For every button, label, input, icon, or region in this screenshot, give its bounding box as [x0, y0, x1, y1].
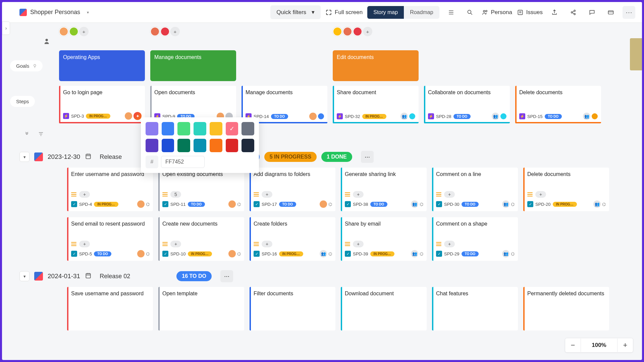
- assignee-avatar[interactable]: [228, 200, 236, 208]
- zoom-in-button[interactable]: +: [618, 338, 633, 352]
- assignee-avatar[interactable]: [125, 112, 132, 120]
- issues-button[interactable]: Issues: [517, 9, 543, 16]
- goal-card[interactable]: Manage documents: [150, 50, 236, 81]
- add-button[interactable]: 5: [170, 191, 181, 198]
- filter-icon[interactable]: [36, 129, 46, 139]
- story-card[interactable]: Comment on a line+✓SPD-30TO DO👥⌬: [432, 168, 518, 211]
- assignee-avatar[interactable]: [309, 113, 317, 120]
- release-more-button[interactable]: ⋯: [220, 270, 233, 282]
- story-card[interactable]: Delete documents+✓SPD-20IN PROG…👥⌬: [523, 168, 609, 211]
- step-card[interactable]: Share document⚡SPD-32IN PROG…👥: [333, 86, 419, 123]
- color-swatch[interactable]: [210, 139, 222, 152]
- story-card[interactable]: Save username and password: [67, 287, 153, 330]
- story-card[interactable]: Enter username and password+✓SPD-4IN PRO…: [67, 168, 153, 211]
- color-swatch[interactable]: [146, 139, 158, 152]
- add-button[interactable]: +: [353, 241, 364, 247]
- add-button[interactable]: +: [79, 241, 90, 247]
- persona-group-icon[interactable]: 👥: [400, 113, 408, 120]
- collapse-release-button[interactable]: ▾: [19, 271, 30, 281]
- add-button[interactable]: +: [262, 191, 272, 198]
- collapse-all-icon[interactable]: [22, 129, 32, 139]
- persona-group-icon[interactable]: 👥: [411, 200, 418, 208]
- avatar[interactable]: [69, 27, 78, 36]
- add-persona-button[interactable]: +: [79, 27, 89, 36]
- color-swatch[interactable]: [146, 122, 158, 135]
- add-button[interactable]: +: [444, 191, 455, 198]
- story-card[interactable]: Filter documents: [250, 287, 335, 330]
- persona-silhouette-icon[interactable]: [43, 37, 52, 46]
- roadmap-tab[interactable]: Roadmap: [404, 6, 439, 19]
- step-card[interactable]: Collaborate on documents⚡SPD-28TO DO👥: [424, 86, 510, 123]
- story-card[interactable]: Open existing documents5✓SPD-11TO DO⌬: [158, 168, 244, 211]
- share-icon[interactable]: [547, 5, 561, 19]
- add-button[interactable]: +: [170, 241, 181, 247]
- persona-group-icon[interactable]: 👥: [502, 250, 509, 257]
- quick-filters-button[interactable]: Quick filters ▾: [270, 5, 321, 19]
- story-map-tab[interactable]: Story map: [367, 6, 404, 19]
- avatar[interactable]: [59, 27, 68, 36]
- persona-group-icon[interactable]: 👥: [411, 250, 418, 257]
- add-persona-button[interactable]: +: [170, 27, 180, 36]
- hex-input[interactable]: [161, 156, 205, 168]
- story-card[interactable]: Create new documents+✓SPD-10IN PROG…⌬: [158, 217, 244, 261]
- color-swatch[interactable]: [162, 122, 174, 135]
- avatar[interactable]: [160, 27, 170, 36]
- color-swatch[interactable]: [194, 122, 206, 135]
- add-button[interactable]: +: [79, 191, 90, 198]
- persona-group-icon[interactable]: 👥: [583, 113, 590, 120]
- avatar[interactable]: [333, 27, 342, 36]
- assignee-avatar[interactable]: [137, 200, 145, 208]
- expand-sidebar-button[interactable]: ›: [2, 21, 10, 35]
- release-more-button[interactable]: ⋯: [361, 151, 374, 163]
- story-card[interactable]: Permanently deleted documents: [523, 287, 609, 330]
- more-icon[interactable]: ⋯: [623, 6, 635, 19]
- avatar[interactable]: [150, 27, 160, 36]
- goal-card[interactable]: Edit documents: [333, 50, 419, 81]
- persona-group-icon[interactable]: 👥: [492, 113, 499, 120]
- collapse-release-button[interactable]: ▾: [19, 152, 30, 162]
- calendar-icon[interactable]: [85, 272, 92, 281]
- calendar-icon[interactable]: [85, 153, 92, 161]
- list-icon[interactable]: [444, 5, 458, 19]
- color-swatch[interactable]: [241, 122, 254, 135]
- story-card[interactable]: Comment on a shape+✓SPD-29TO DO👥⌬: [432, 217, 518, 261]
- persona-group-icon[interactable]: 👥: [593, 200, 601, 208]
- story-card[interactable]: Add diagrams to folders+✓SPD-17TO DO⌬: [250, 168, 335, 211]
- avatar[interactable]: [353, 27, 362, 36]
- story-card[interactable]: Create folders+✓SPD-16IN PROG…👥⌬: [250, 217, 335, 261]
- add-button[interactable]: +: [444, 241, 455, 247]
- goal-card[interactable]: Operating Apps: [59, 50, 145, 81]
- color-swatch[interactable]: [162, 139, 174, 152]
- color-swatch[interactable]: [194, 139, 206, 152]
- assignee-avatar[interactable]: [228, 250, 236, 257]
- story-card[interactable]: Share by email+✓SPD-39IN PROG…👥⌬: [341, 217, 427, 261]
- step-card[interactable]: Go to login page⚡SPD-3IN PROG…✦: [59, 86, 145, 123]
- add-persona-button[interactable]: +: [363, 27, 372, 36]
- add-button[interactable]: +: [353, 191, 364, 198]
- persona-group-icon[interactable]: 👥: [320, 250, 327, 257]
- color-swatch[interactable]: [226, 139, 238, 152]
- full-screen-button[interactable]: Full screen: [325, 9, 363, 16]
- story-card[interactable]: Download document: [341, 287, 427, 330]
- color-swatch[interactable]: [210, 122, 222, 135]
- color-swatch[interactable]: ✓: [226, 122, 238, 135]
- color-swatch[interactable]: [241, 139, 254, 152]
- add-button[interactable]: +: [535, 191, 546, 198]
- story-card[interactable]: Open template: [158, 287, 244, 330]
- color-swatch[interactable]: [177, 122, 190, 135]
- avatar[interactable]: [343, 27, 352, 36]
- story-card[interactable]: Generate sharing link+✓SPD-38TO DO👥⌬: [341, 168, 427, 211]
- search-icon[interactable]: [463, 5, 477, 19]
- persona-button[interactable]: Persona: [482, 9, 512, 16]
- assignee-avatar[interactable]: [320, 200, 327, 208]
- add-button[interactable]: +: [262, 241, 272, 247]
- assignee-avatar[interactable]: [137, 250, 145, 257]
- link-icon[interactable]: [566, 5, 580, 19]
- board-selector[interactable]: Shopper Personas ▾: [19, 9, 89, 16]
- persona-group-icon[interactable]: 👥: [502, 200, 509, 208]
- step-card[interactable]: Delete documents⚡SPD-15TO DO👥: [515, 86, 601, 123]
- color-swatch[interactable]: [177, 139, 190, 152]
- comment-icon[interactable]: [585, 5, 599, 19]
- card-icon[interactable]: [604, 5, 618, 19]
- filter-icon[interactable]: ⚲: [33, 63, 37, 68]
